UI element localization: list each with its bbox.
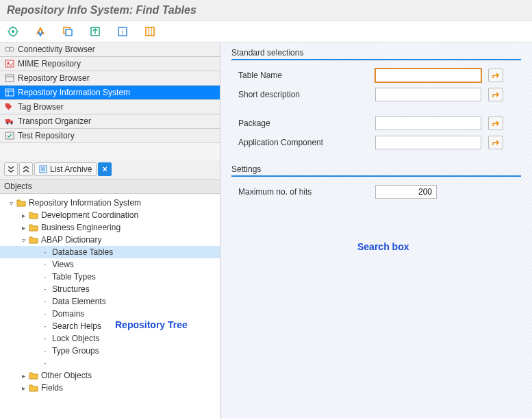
folder-icon <box>29 211 38 219</box>
svg-rect-7 <box>146 27 154 36</box>
tree-item[interactable]: ·Domains <box>0 308 220 320</box>
main-toolbar: i <box>0 21 532 42</box>
list-archive-label: List Archive <box>50 164 92 174</box>
tree-item[interactable]: ·Database Tables <box>0 246 220 258</box>
tree-label: Type Groups <box>52 346 99 356</box>
tree-item[interactable]: ▿ABAP Dictionary <box>0 234 220 246</box>
tree-item[interactable]: ·Structures <box>0 283 220 295</box>
collapse-icon[interactable]: ▿ <box>7 199 15 207</box>
truck-icon <box>4 116 15 126</box>
tree-item[interactable]: ·Data Elements <box>0 295 220 308</box>
nav-item-mime-repository[interactable]: MIME Repository <box>0 57 220 71</box>
max-hits-input[interactable] <box>375 185 437 199</box>
right-panel: Standard selections Table NameShort desc… <box>220 42 532 419</box>
copy-icon[interactable] <box>62 25 74 38</box>
expand-down-button[interactable] <box>4 162 18 176</box>
tree-label: ABAP Dictionary <box>41 235 101 245</box>
object-tree: ▿Repository Information System▸Developme… <box>0 194 220 419</box>
application-component-input[interactable] <box>375 136 481 149</box>
test-icon <box>4 131 15 140</box>
multi-select-button[interactable] <box>488 88 503 101</box>
tree-item[interactable]: ▸Other Objects <box>0 369 220 382</box>
standard-selections-group: Standard selections Table NameShort desc… <box>231 48 521 152</box>
nav-item-test-repository[interactable]: Test Repository <box>0 129 220 143</box>
collapse-up-button[interactable] <box>19 162 33 176</box>
tree-item[interactable]: ▿Repository Information System <box>0 197 220 209</box>
table-name-input[interactable] <box>375 69 481 82</box>
settings-group: Settings Maximum no. of hits <box>231 164 521 201</box>
tree-item[interactable]: ·Views <box>0 258 220 271</box>
nav-item-repository-information-system[interactable]: Repository Information System <box>0 86 220 100</box>
search-box-annotation: Search box <box>357 241 409 252</box>
tree-label: Search Helps <box>52 321 101 331</box>
field-label: Application Component <box>238 138 375 147</box>
nav-item-transport-organizer[interactable]: Transport Organizer <box>0 114 220 129</box>
field-label: Package <box>238 119 375 128</box>
multi-select-button[interactable] <box>488 69 503 82</box>
export-icon[interactable] <box>89 25 101 38</box>
tree-label: Business Engineering <box>41 223 121 232</box>
field-label: Short description <box>238 90 375 99</box>
tree-item[interactable]: ▸Fields <box>0 382 220 394</box>
expand-icon[interactable]: ▸ <box>19 212 27 219</box>
svg-rect-3 <box>66 29 72 36</box>
close-button[interactable]: × <box>98 162 112 176</box>
bullet-icon: · <box>41 260 49 269</box>
svg-rect-19 <box>5 119 10 123</box>
left-panel: Connectivity BrowserMIME RepositoryRepos… <box>0 42 220 419</box>
bullet-icon: · <box>41 309 49 319</box>
tree-item[interactable]: ·Lock Objects <box>0 332 220 345</box>
tree-item[interactable]: ▸Business Engineering <box>0 221 220 234</box>
svg-rect-16 <box>5 89 14 96</box>
page-title: Repository Info System: Find Tables <box>0 0 532 21</box>
nav-label: MIME Repository <box>18 59 81 69</box>
svg-text:i: i <box>121 27 123 36</box>
bullet-icon: · <box>41 297 49 306</box>
field-row: Package <box>231 114 521 133</box>
collapse-icon[interactable]: ▿ <box>19 236 27 244</box>
field-label: Table Name <box>238 71 375 80</box>
tree-item[interactable]: ▸Development Coordination <box>0 209 220 221</box>
svg-rect-14 <box>5 75 14 82</box>
svg-point-22 <box>11 123 13 125</box>
svg-point-1 <box>12 30 14 33</box>
tree-label: Fields <box>41 383 63 393</box>
folder-icon <box>29 371 38 380</box>
nav-item-connectivity-browser[interactable]: Connectivity Browser <box>0 42 220 57</box>
list-archive-button[interactable]: List Archive <box>34 162 97 176</box>
folder-icon <box>16 199 26 207</box>
nav-label: Repository Information System <box>18 88 130 97</box>
mime-icon <box>4 59 15 69</box>
expand-icon[interactable]: ▸ <box>19 224 27 232</box>
columns-icon[interactable] <box>144 25 156 38</box>
multi-select-button[interactable] <box>488 136 503 149</box>
tree-item[interactable]: · <box>0 357 220 369</box>
group-title: Standard selections <box>231 48 521 60</box>
bullet-icon: · <box>41 334 49 343</box>
hits-label: Maximum no. of hits <box>238 187 375 197</box>
svg-rect-11 <box>10 47 14 51</box>
package-input[interactable] <box>375 116 481 130</box>
tree-label: Structures <box>52 284 90 294</box>
execute-icon[interactable] <box>7 25 19 38</box>
tree-label: Views <box>52 260 74 269</box>
tag-icon <box>4 102 15 112</box>
objects-header: Objects <box>0 180 220 194</box>
tree-item[interactable]: ·Table Types <box>0 271 220 283</box>
bullet-icon: · <box>41 284 49 294</box>
tree-item[interactable]: ·Type Groups <box>0 345 220 357</box>
info-icon <box>4 88 15 97</box>
short-description-input[interactable] <box>375 88 481 101</box>
nav-item-tag-browser[interactable]: Tag Browser <box>0 100 220 114</box>
group-title: Settings <box>231 164 521 177</box>
nav-label: Connectivity Browser <box>18 45 95 54</box>
folder-icon <box>29 384 38 392</box>
multi-select-button[interactable] <box>488 116 503 130</box>
expand-icon[interactable]: ▸ <box>19 384 27 392</box>
field-row: Application Component <box>231 133 521 152</box>
expand-icon[interactable]: ▸ <box>19 372 27 380</box>
variant-icon[interactable] <box>34 25 47 38</box>
info-icon[interactable]: i <box>116 25 129 38</box>
nav-item-repository-browser[interactable]: Repository Browser <box>0 71 220 86</box>
bullet-icon: · <box>41 272 49 282</box>
